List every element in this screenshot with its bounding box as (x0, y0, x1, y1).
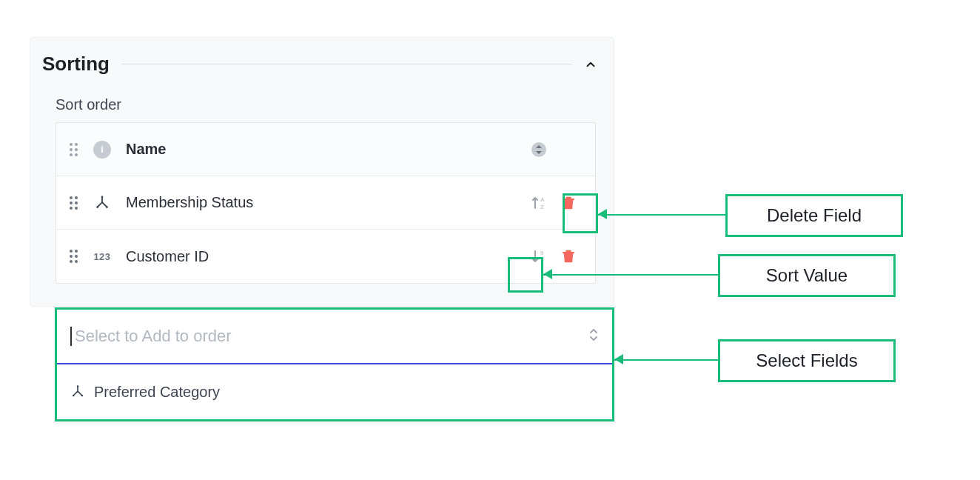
svg-rect-28 (563, 252, 575, 253)
arrowhead-icon (598, 209, 607, 219)
numeric-type-icon: 123 (93, 251, 110, 262)
svg-point-24 (75, 260, 78, 263)
combo-placeholder: Select to Add to order (75, 327, 588, 346)
arrowhead-icon (543, 269, 552, 279)
row-name: Membership Status (120, 194, 524, 211)
add-field-combo: Select to Add to order Preferred Categor… (55, 307, 614, 421)
callout-label: Delete Field (767, 205, 862, 225)
callout-label: Select Fields (756, 350, 857, 370)
highlight-sort (508, 257, 543, 293)
svg-point-0 (70, 143, 73, 146)
svg-point-3 (75, 148, 78, 151)
svg-point-5 (75, 153, 78, 156)
callout-line (614, 359, 718, 361)
svg-point-6 (70, 196, 73, 199)
svg-point-10 (70, 207, 73, 210)
table-header-row: i Name (56, 123, 595, 176)
text-cursor (70, 327, 72, 346)
svg-point-4 (70, 153, 73, 156)
svg-point-14 (106, 206, 108, 208)
drag-handle-header (64, 142, 84, 157)
combo-input[interactable]: Select to Add to order (57, 310, 612, 364)
callout-delete-field: Delete Field (725, 194, 903, 237)
svg-point-1 (75, 143, 78, 146)
trash-icon (560, 248, 577, 264)
drag-dots-icon (69, 196, 79, 210)
sort-updown-icon (531, 142, 546, 157)
hierarchy-icon (94, 195, 110, 211)
highlight-delete (563, 193, 598, 233)
row-name: Customer ID (120, 248, 524, 265)
sort-asc-button[interactable]: A Z (524, 194, 554, 212)
svg-point-9 (75, 201, 78, 204)
arrowhead-icon (614, 354, 623, 364)
drag-dots-icon (69, 249, 79, 264)
svg-point-12 (101, 196, 104, 198)
caret-updown-icon (588, 327, 599, 342)
svg-point-19 (70, 250, 73, 253)
combo-option[interactable]: Preferred Category (57, 364, 612, 419)
combo-caret[interactable] (588, 327, 599, 345)
svg-point-22 (75, 255, 78, 258)
svg-point-7 (75, 196, 78, 199)
panel-title: Sorting (42, 53, 110, 76)
svg-point-29 (77, 385, 79, 387)
divider (121, 64, 572, 64)
callout-label: Sort Value (766, 265, 848, 285)
svg-point-21 (70, 255, 73, 258)
svg-text:9: 9 (540, 250, 544, 256)
chevron-up-icon (584, 58, 597, 71)
svg-text:A: A (540, 196, 545, 203)
row-type-icon: 123 (84, 251, 120, 262)
svg-point-20 (75, 250, 78, 253)
combo-option-label: Preferred Category (94, 384, 220, 401)
svg-point-11 (75, 207, 78, 210)
drag-handle[interactable] (64, 196, 84, 210)
sort-order-label: Sort order (56, 96, 596, 113)
svg-point-2 (70, 148, 73, 151)
svg-point-31 (81, 395, 84, 397)
callout-sort-value: Sort Value (718, 254, 896, 297)
hierarchy-icon (70, 384, 85, 399)
table-row: Membership Status A Z (56, 176, 595, 230)
panel-header: Sorting (30, 53, 614, 76)
svg-point-23 (70, 260, 73, 263)
row-type-icon (84, 195, 120, 211)
header-sort-toggle[interactable] (524, 142, 554, 157)
svg-point-8 (70, 201, 73, 204)
sort-asc-az-icon: A Z (530, 194, 548, 212)
drag-dots-icon (69, 142, 79, 157)
header-type-icon: i (84, 141, 120, 159)
collapse-toggle[interactable] (584, 58, 597, 71)
delete-row-button[interactable] (554, 248, 583, 264)
callout-select-fields: Select Fields (718, 339, 896, 382)
callout-line (598, 214, 725, 216)
header-name-label: Name (120, 141, 524, 158)
drag-handle[interactable] (64, 249, 84, 264)
info-icon: i (93, 141, 111, 159)
svg-text:Z: Z (540, 204, 544, 210)
callout-line (543, 274, 718, 276)
svg-point-13 (96, 206, 98, 208)
svg-point-30 (73, 395, 75, 397)
